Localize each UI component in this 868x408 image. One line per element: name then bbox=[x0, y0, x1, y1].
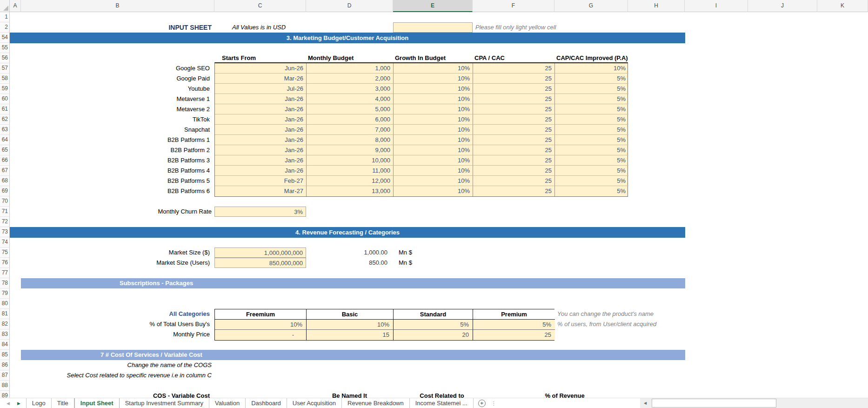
input-cell-growth[interactable]: 10% bbox=[394, 94, 473, 104]
row-header-60[interactable]: 60 bbox=[0, 94, 10, 104]
input-cell-growth[interactable]: 10% bbox=[394, 135, 473, 145]
column-header-E[interactable]: E bbox=[393, 0, 473, 12]
package-input-cell[interactable]: 25 bbox=[473, 330, 555, 340]
scrollbar-thumb[interactable] bbox=[652, 399, 776, 408]
input-cell-monthly_budget[interactable]: 3,000 bbox=[307, 84, 394, 94]
package-input-cell[interactable]: 10% bbox=[215, 320, 307, 330]
input-cell-cpa_cac[interactable]: 25 bbox=[473, 114, 555, 125]
input-cell-cac_improved[interactable]: 5% bbox=[555, 94, 628, 104]
sheet-tab-dashboard[interactable]: Dashboard bbox=[246, 398, 287, 408]
sheet-tab-input-sheet[interactable]: Input Sheet bbox=[74, 398, 120, 408]
input-cell-growth[interactable]: 10% bbox=[394, 114, 473, 125]
sheet-tab-valuation[interactable]: Valuation bbox=[209, 398, 246, 408]
input-cell-monthly_budget[interactable]: 13,000 bbox=[307, 186, 394, 196]
add-sheet-icon[interactable]: + bbox=[478, 400, 486, 407]
row-header-77[interactable]: 77 bbox=[0, 268, 10, 278]
sheet-tab-startup-investment-summary[interactable]: Startup Investment Summary bbox=[120, 398, 209, 408]
input-cell-cac_improved[interactable]: 5% bbox=[555, 84, 628, 94]
input-cell-starts_from[interactable]: Jan-26 bbox=[215, 166, 307, 176]
input-cell-starts_from[interactable]: Jan-26 bbox=[215, 104, 307, 114]
input-cell-cpa_cac[interactable]: 25 bbox=[473, 145, 555, 155]
usd-input-cell[interactable] bbox=[393, 22, 473, 33]
row-header-72[interactable]: 72 bbox=[0, 217, 10, 227]
input-cell-cac_improved[interactable]: 5% bbox=[555, 114, 628, 125]
sheet-tab-revenue-breakdown[interactable]: Revenue Breakdown bbox=[342, 398, 410, 408]
row-header-63[interactable]: 63 bbox=[0, 125, 10, 135]
input-cell-monthly_budget[interactable]: 11,000 bbox=[307, 166, 394, 176]
row-header-68[interactable]: 68 bbox=[0, 176, 10, 186]
input-cell-cac_improved[interactable]: 5% bbox=[555, 104, 628, 114]
input-cell-starts_from[interactable]: Jan-26 bbox=[215, 125, 307, 135]
input-cell-starts_from[interactable]: Jan-26 bbox=[215, 135, 307, 145]
input-cell-cpa_cac[interactable]: 25 bbox=[473, 74, 555, 84]
package-input-cell[interactable]: 10% bbox=[307, 320, 394, 330]
row-header-66[interactable]: 66 bbox=[0, 155, 10, 166]
input-cell-cpa_cac[interactable]: 25 bbox=[473, 155, 555, 166]
input-cell-cpa_cac[interactable]: 25 bbox=[473, 166, 555, 176]
input-cell-monthly_budget[interactable]: 7,000 bbox=[307, 125, 394, 135]
column-header-H[interactable]: H bbox=[628, 0, 685, 12]
input-cell-growth[interactable]: 10% bbox=[394, 84, 473, 94]
input-cell-starts_from[interactable]: Jan-26 bbox=[215, 145, 307, 155]
input-cell-cpa_cac[interactable]: 25 bbox=[473, 176, 555, 186]
input-cell-growth[interactable]: 10% bbox=[394, 186, 473, 196]
row-header-69[interactable]: 69 bbox=[0, 186, 10, 196]
package-col-header[interactable]: Basic bbox=[307, 309, 394, 320]
package-input-cell[interactable]: 5% bbox=[473, 320, 555, 330]
row-header-62[interactable]: 62 bbox=[0, 114, 10, 125]
input-cell-cpa_cac[interactable]: 25 bbox=[473, 63, 555, 74]
input-cell-monthly_budget[interactable]: 6,000 bbox=[307, 114, 394, 125]
input-cell-cac_improved[interactable]: 5% bbox=[555, 135, 628, 145]
row-header-81[interactable]: 81 bbox=[0, 309, 10, 319]
input-cell-cac_improved[interactable]: 5% bbox=[555, 145, 628, 155]
input-cell-monthly_budget[interactable]: 1,000 bbox=[307, 63, 394, 74]
input-cell-growth[interactable]: 10% bbox=[394, 125, 473, 135]
row-header-64[interactable]: 64 bbox=[0, 135, 10, 145]
market-size-input-cell[interactable]: 1,000,000,000 bbox=[214, 247, 306, 258]
input-cell-cpa_cac[interactable]: 25 bbox=[473, 104, 555, 114]
input-cell-cpa_cac[interactable]: 25 bbox=[473, 135, 555, 145]
input-cell-starts_from[interactable]: Jul-26 bbox=[215, 84, 307, 94]
column-header-F[interactable]: F bbox=[473, 0, 554, 12]
row-header-85[interactable]: 85 bbox=[0, 350, 10, 360]
row-header-87[interactable]: 87 bbox=[0, 370, 10, 381]
row-header-56[interactable]: 56 bbox=[0, 53, 10, 63]
input-cell-monthly_budget[interactable]: 4,000 bbox=[307, 94, 394, 104]
sheet-tab-user-acquisition[interactable]: User Acquisition bbox=[287, 398, 342, 408]
row-header-82[interactable]: 82 bbox=[0, 319, 10, 329]
input-cell-growth[interactable]: 10% bbox=[394, 63, 473, 74]
input-cell-cpa_cac[interactable]: 25 bbox=[473, 186, 555, 196]
package-col-header[interactable]: Freemium bbox=[215, 309, 307, 320]
package-input-cell[interactable]: - bbox=[215, 330, 307, 340]
package-input-cell[interactable]: 5% bbox=[394, 320, 473, 330]
row-header-67[interactable]: 67 bbox=[0, 166, 10, 176]
churn-input-cell[interactable]: 3% bbox=[214, 207, 306, 217]
input-cell-starts_from[interactable]: Jan-26 bbox=[215, 155, 307, 166]
row-header-65[interactable]: 65 bbox=[0, 145, 10, 155]
input-cell-growth[interactable]: 10% bbox=[394, 155, 473, 166]
input-cell-cac_improved[interactable]: 5% bbox=[555, 186, 628, 196]
input-cell-cpa_cac[interactable]: 25 bbox=[473, 125, 555, 135]
input-cell-starts_from[interactable]: Jan-26 bbox=[215, 114, 307, 125]
input-cell-starts_from[interactable]: Mar-27 bbox=[215, 186, 307, 196]
input-cell-monthly_budget[interactable]: 9,000 bbox=[307, 145, 394, 155]
tabs-scroll-right-icon[interactable]: ▶ bbox=[17, 398, 20, 408]
input-cell-monthly_budget[interactable]: 10,000 bbox=[307, 155, 394, 166]
tab-options-icon[interactable]: ⋮ bbox=[491, 398, 496, 408]
sheet-tab-income-statemei[interactable]: Income Statemei ... bbox=[410, 398, 474, 408]
package-input-cell[interactable]: 20 bbox=[394, 330, 473, 340]
sheet-tab-logo[interactable]: Logo bbox=[26, 398, 52, 408]
input-cell-starts_from[interactable]: Jan-26 bbox=[215, 94, 307, 104]
row-header-2[interactable]: 2 bbox=[0, 22, 10, 33]
row-header-73[interactable]: 73 bbox=[0, 227, 10, 237]
row-header-89[interactable]: 89 bbox=[0, 391, 10, 398]
input-cell-cac_improved[interactable]: 5% bbox=[555, 166, 628, 176]
package-input-cell[interactable]: 15 bbox=[307, 330, 394, 340]
input-cell-monthly_budget[interactable]: 2,000 bbox=[307, 74, 394, 84]
market-size-input-cell[interactable]: 850,000,000 bbox=[214, 258, 306, 268]
input-cell-cac_improved[interactable]: 5% bbox=[555, 74, 628, 84]
select-all-corner[interactable] bbox=[0, 0, 10, 12]
tabs-scroll-left-icon[interactable]: ◀ bbox=[7, 398, 10, 408]
row-header-84[interactable]: 84 bbox=[0, 340, 10, 350]
row-header-80[interactable]: 80 bbox=[0, 299, 10, 309]
